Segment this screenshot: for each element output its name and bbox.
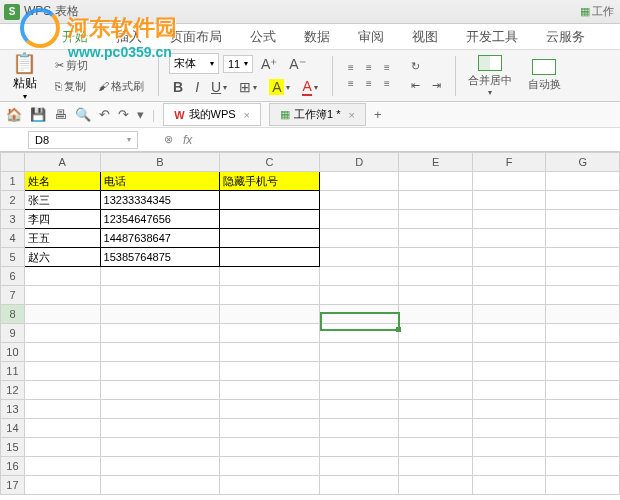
cell[interactable] xyxy=(100,419,220,438)
cell[interactable] xyxy=(546,286,620,305)
cell[interactable] xyxy=(546,457,620,476)
cell[interactable] xyxy=(472,438,546,457)
menu-cloud[interactable]: 云服务 xyxy=(544,24,587,50)
row-header[interactable]: 4 xyxy=(1,229,25,248)
menu-page-layout[interactable]: 页面布局 xyxy=(168,24,224,50)
cell[interactable] xyxy=(472,191,546,210)
cell[interactable] xyxy=(24,438,100,457)
cell[interactable] xyxy=(399,419,473,438)
cell[interactable] xyxy=(220,191,320,210)
row-header[interactable]: 9 xyxy=(1,324,25,343)
row-header[interactable]: 13 xyxy=(1,400,25,419)
cell[interactable] xyxy=(546,229,620,248)
cell[interactable] xyxy=(220,229,320,248)
cell[interactable] xyxy=(100,343,220,362)
cell[interactable] xyxy=(546,381,620,400)
cell[interactable] xyxy=(546,191,620,210)
row-header[interactable]: 6 xyxy=(1,267,25,286)
cell[interactable] xyxy=(319,343,398,362)
cell[interactable] xyxy=(319,210,398,229)
cell[interactable] xyxy=(24,400,100,419)
cell[interactable] xyxy=(220,457,320,476)
preview-icon[interactable]: 🔍 xyxy=(75,107,91,122)
cell[interactable] xyxy=(472,172,546,191)
cell[interactable] xyxy=(472,305,546,324)
cell[interactable] xyxy=(220,343,320,362)
cell[interactable] xyxy=(220,324,320,343)
menu-devtools[interactable]: 开发工具 xyxy=(464,24,520,50)
wrap-text-button[interactable]: 自动换 xyxy=(522,57,567,94)
cell[interactable] xyxy=(472,343,546,362)
increase-font-button[interactable]: A⁺ xyxy=(257,54,281,74)
row-header[interactable]: 17 xyxy=(1,476,25,495)
cell[interactable] xyxy=(546,438,620,457)
border-button[interactable]: ⊞▾ xyxy=(235,77,261,97)
cell[interactable] xyxy=(472,381,546,400)
col-header-a[interactable]: A xyxy=(24,153,100,172)
cell[interactable] xyxy=(220,419,320,438)
cell[interactable] xyxy=(546,419,620,438)
menu-home[interactable]: 开始 xyxy=(60,24,90,50)
grid[interactable]: A B C D E F G 1 姓名 电话 隐藏手机号 2 张三 1323333… xyxy=(0,152,620,495)
font-family-select[interactable]: 宋体▾ xyxy=(169,53,219,74)
cell[interactable] xyxy=(472,476,546,495)
italic-button[interactable]: I xyxy=(191,77,203,97)
col-header-c[interactable]: C xyxy=(220,153,320,172)
col-header-b[interactable]: B xyxy=(100,153,220,172)
cell[interactable] xyxy=(24,305,100,324)
cell[interactable] xyxy=(24,267,100,286)
menu-formula[interactable]: 公式 xyxy=(248,24,278,50)
close-icon[interactable]: × xyxy=(244,109,250,121)
home-icon[interactable]: 🏠 xyxy=(6,107,22,122)
cell[interactable] xyxy=(472,324,546,343)
undo-icon[interactable]: ↶ xyxy=(99,107,110,122)
fx-cancel-icon[interactable]: ⊗ xyxy=(158,133,179,146)
cell[interactable] xyxy=(546,248,620,267)
cell[interactable] xyxy=(24,286,100,305)
fx-label[interactable]: fx xyxy=(179,133,196,147)
cell[interactable] xyxy=(319,267,398,286)
cell[interactable] xyxy=(100,362,220,381)
cell[interactable] xyxy=(24,343,100,362)
bold-button[interactable]: B xyxy=(169,77,187,97)
cell[interactable] xyxy=(319,476,398,495)
copy-button[interactable]: ⎘复制 xyxy=(51,77,90,96)
align-top-right[interactable]: ≡ xyxy=(379,61,395,75)
menu-insert[interactable]: 插入 xyxy=(114,24,144,50)
cell[interactable] xyxy=(100,267,220,286)
row-header[interactable]: 12 xyxy=(1,381,25,400)
cell[interactable] xyxy=(100,305,220,324)
more-icon[interactable]: ▾ xyxy=(137,107,144,122)
cell[interactable] xyxy=(546,267,620,286)
row-header[interactable]: 10 xyxy=(1,343,25,362)
cell[interactable] xyxy=(399,457,473,476)
cell[interactable]: 电话 xyxy=(100,172,220,191)
cell[interactable] xyxy=(220,248,320,267)
row-header[interactable]: 5 xyxy=(1,248,25,267)
row-header[interactable]: 7 xyxy=(1,286,25,305)
paste-button[interactable]: 📋 粘贴▾ xyxy=(6,49,43,103)
menu-review[interactable]: 审阅 xyxy=(356,24,386,50)
col-header-e[interactable]: E xyxy=(399,153,473,172)
print-icon[interactable]: 🖶 xyxy=(54,107,67,122)
cell[interactable] xyxy=(546,400,620,419)
row-header[interactable]: 16 xyxy=(1,457,25,476)
row-header[interactable]: 11 xyxy=(1,362,25,381)
cell[interactable] xyxy=(399,324,473,343)
close-icon[interactable]: × xyxy=(348,109,354,121)
cell[interactable] xyxy=(220,438,320,457)
cell[interactable] xyxy=(399,248,473,267)
cell[interactable] xyxy=(472,362,546,381)
redo-icon[interactable]: ↷ xyxy=(118,107,129,122)
cell[interactable] xyxy=(319,400,398,419)
cell[interactable] xyxy=(472,419,546,438)
cell[interactable] xyxy=(24,419,100,438)
col-header-g[interactable]: G xyxy=(546,153,620,172)
select-all-corner[interactable] xyxy=(1,153,25,172)
save-icon[interactable]: 💾 xyxy=(30,107,46,122)
cell[interactable]: 14487638647 xyxy=(100,229,220,248)
cell[interactable] xyxy=(399,210,473,229)
row-header[interactable]: 1 xyxy=(1,172,25,191)
cell[interactable] xyxy=(319,191,398,210)
cell[interactable] xyxy=(546,172,620,191)
